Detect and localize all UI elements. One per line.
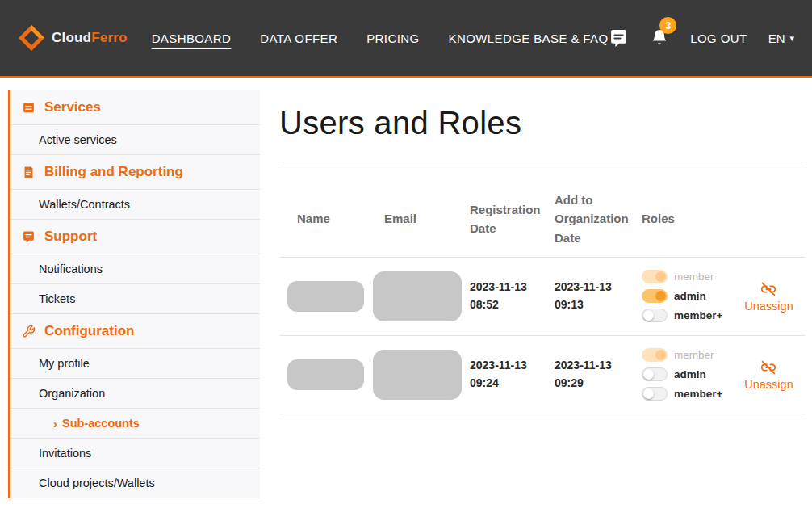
role-row-member: member	[642, 346, 714, 365]
sidebar-item-wallets-contracts[interactable]: Wallets/Contracts	[10, 190, 260, 220]
sidebar-item-organization[interactable]: Organization	[10, 379, 260, 409]
column-header-registration-date: Registration Date	[452, 200, 537, 238]
services-icon	[22, 101, 36, 115]
column-header-add-to-organization-date: Add to Organization Date	[537, 191, 624, 247]
roles-cell: member admin member+	[624, 267, 714, 326]
redacted-name	[287, 281, 364, 312]
nav-pricing[interactable]: PRICING	[366, 32, 419, 45]
actions-cell: Unassign	[714, 359, 806, 391]
email-cell	[366, 271, 452, 321]
toggle-knob	[643, 310, 654, 321]
add-to-organization-date: 2023-11-13 09:13	[537, 279, 624, 313]
sidebar-section-configuration: Configuration	[10, 314, 260, 349]
header-actions: 3 LOG OUT EN ▾	[609, 27, 794, 48]
chevron-right-icon: ›	[53, 418, 57, 430]
unassign-label: Unassign	[744, 300, 793, 313]
role-row-admin: admin	[642, 365, 714, 384]
role-row-member: member	[642, 267, 714, 287]
sidebar-section-support: Support	[10, 220, 260, 254]
column-header-name: Name	[279, 209, 366, 228]
toggle-knob	[643, 388, 654, 399]
role-toggle-member[interactable]	[642, 270, 668, 284]
notifications-button[interactable]: 3	[650, 27, 669, 48]
column-header-email: Email	[366, 209, 452, 228]
main-content: Users and Roles Name Email Registration …	[260, 78, 812, 414]
role-label: admin	[674, 368, 706, 380]
page-title: Users and Roles	[279, 105, 806, 141]
sidebar-item-invitations[interactable]: Invitations	[10, 439, 260, 468]
sidebar: Services Active services Billing and Rep…	[8, 90, 260, 498]
toggle-knob	[643, 369, 654, 380]
brand-cloud: Cloud	[52, 30, 91, 45]
unassign-button[interactable]: Unassign	[744, 359, 793, 391]
toggle-knob	[655, 271, 666, 282]
role-toggle-admin[interactable]	[642, 289, 668, 303]
sidebar-item-my-profile[interactable]: My profile	[10, 349, 260, 379]
toggle-knob	[655, 291, 666, 301]
nav-dashboard[interactable]: DASHBOARD	[152, 32, 232, 45]
role-toggle-member-plus[interactable]	[642, 309, 668, 322]
table-row: 2023-11-13 08:52 2023-11-13 09:13 member…	[279, 258, 806, 336]
configuration-icon	[22, 325, 36, 338]
brand-ferro: Ferro	[91, 30, 127, 45]
email-cell	[366, 350, 452, 400]
actions-cell: Unassign	[714, 280, 806, 313]
role-label: admin	[674, 290, 706, 302]
redacted-email	[373, 271, 462, 321]
language-label: EN	[768, 32, 785, 45]
sidebar-item-cloud-projects-wallets[interactable]: Cloud projects/Wallets	[10, 468, 260, 498]
add-to-organization-date: 2023-11-13 09:29	[537, 357, 624, 392]
redacted-name	[287, 359, 364, 390]
billing-icon	[22, 166, 36, 179]
page-layout: Services Active services Billing and Rep…	[0, 78, 812, 498]
sidebar-section-title: Support	[44, 229, 97, 245]
main-nav: DASHBOARD DATA OFFER PRICING KNOWLEDGE B…	[152, 32, 609, 45]
toggle-knob	[655, 350, 666, 360]
cloudferro-logo-icon	[18, 24, 45, 52]
table-header-row: Name Email Registration Date Add to Orga…	[279, 166, 806, 258]
sidebar-section-title: Services	[44, 99, 101, 116]
sidebar-item-sub-accounts[interactable]: › Sub-accounts	[10, 409, 260, 439]
unlink-icon	[760, 280, 777, 298]
column-header-roles: Roles	[624, 209, 714, 228]
sidebar-item-active-services[interactable]: Active services	[10, 125, 260, 155]
top-header: CloudFerro DASHBOARD DATA OFFER PRICING …	[0, 0, 812, 78]
brand-name: CloudFerro	[52, 30, 128, 46]
brand-logo[interactable]: CloudFerro	[18, 24, 128, 52]
support-icon	[22, 230, 36, 244]
sidebar-item-label: Sub-accounts	[62, 417, 140, 430]
role-toggle-member[interactable]	[642, 348, 668, 362]
roles-cell: member admin member+	[624, 346, 714, 404]
chevron-down-icon: ▾	[789, 33, 794, 44]
role-row-member-plus: member+	[642, 384, 714, 404]
role-toggle-admin[interactable]	[642, 368, 668, 381]
nav-knowledge-base-faq[interactable]: KNOWLEDGE BASE & FAQ	[449, 32, 609, 45]
nav-data-offer[interactable]: DATA OFFER	[260, 32, 337, 45]
role-label: member	[674, 271, 714, 283]
sidebar-item-notifications[interactable]: Notifications	[10, 254, 260, 284]
registration-date: 2023-11-13 08:52	[452, 279, 537, 313]
messages-button[interactable]	[609, 28, 629, 48]
role-label: member	[674, 349, 714, 361]
notification-badge: 3	[659, 17, 676, 34]
name-cell	[279, 281, 366, 312]
table-row: 2023-11-13 09:24 2023-11-13 09:29 member…	[279, 336, 806, 414]
role-row-member-plus: member+	[642, 306, 714, 326]
sidebar-section-title: Configuration	[44, 323, 134, 339]
registration-date: 2023-11-13 09:24	[452, 357, 537, 392]
redacted-email	[373, 350, 462, 400]
unassign-label: Unassign	[744, 378, 793, 391]
name-cell	[279, 359, 366, 390]
chat-icon	[609, 28, 629, 48]
logout-button[interactable]: LOG OUT	[690, 32, 747, 45]
sidebar-section-title: Billing and Reporting	[44, 164, 183, 180]
users-table: Name Email Registration Date Add to Orga…	[279, 166, 806, 414]
role-row-admin: admin	[642, 287, 714, 306]
role-toggle-member-plus[interactable]	[642, 387, 668, 401]
language-selector[interactable]: EN ▾	[768, 32, 794, 45]
unlink-icon	[760, 359, 777, 376]
sidebar-section-services: Services	[10, 90, 260, 125]
sidebar-section-billing: Billing and Reporting	[10, 155, 260, 190]
unassign-button[interactable]: Unassign	[744, 280, 793, 313]
sidebar-item-tickets[interactable]: Tickets	[10, 284, 260, 314]
